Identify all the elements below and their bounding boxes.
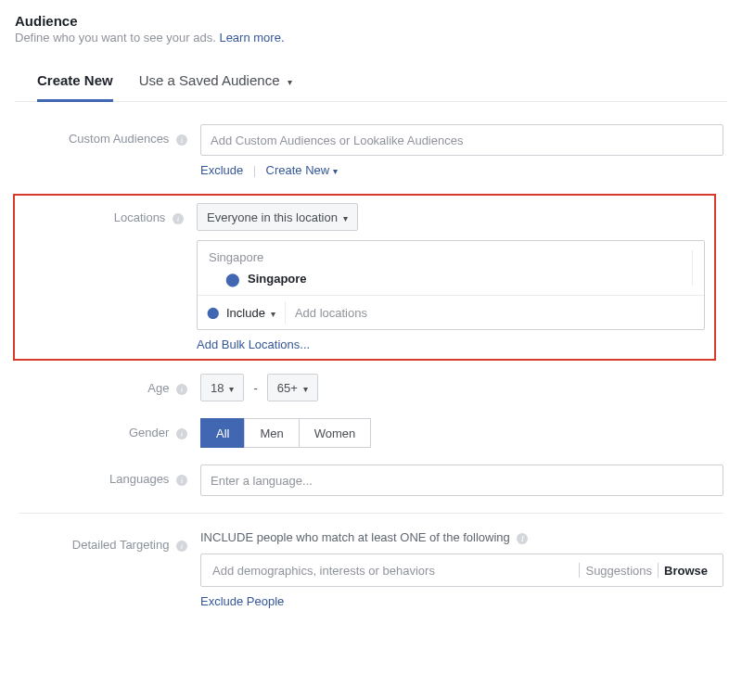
add-bulk-locations-link[interactable]: Add Bulk Locations... <box>197 337 310 351</box>
info-icon[interactable]: i <box>173 213 184 224</box>
page-title: Audience <box>15 13 727 29</box>
exclude-people-link[interactable]: Exclude People <box>200 594 284 608</box>
info-icon[interactable]: i <box>176 134 187 146</box>
targeting-input[interactable] <box>211 556 579 584</box>
create-new-audience-link[interactable]: Create New <box>266 163 338 177</box>
tab-saved-audience[interactable]: Use a Saved Audience <box>139 63 292 102</box>
location-scope-dropdown[interactable]: Everyone in this location <box>197 203 358 231</box>
info-icon[interactable]: i <box>176 384 187 395</box>
gender-toggle-group: All Men Women <box>200 418 723 448</box>
location-item-name: Singapore <box>248 272 307 286</box>
languages-input[interactable] <box>200 465 723 496</box>
caret-down-icon <box>303 381 308 395</box>
age-min-value: 18 <box>211 381 224 395</box>
pin-icon: ⬤ <box>225 273 240 286</box>
add-location-input[interactable] <box>293 301 695 324</box>
browse-link[interactable]: Browse <box>659 564 713 578</box>
age-max-value: 65+ <box>277 381 298 395</box>
page-subtitle: Define who you want to see your ads. Lea… <box>15 31 727 45</box>
create-new-audience-label: Create New <box>266 163 330 177</box>
include-exclude-toggle[interactable]: Include <box>226 301 286 324</box>
age-min-dropdown[interactable]: 18 <box>200 374 244 401</box>
caret-down-icon <box>333 163 338 177</box>
targeting-heading-text: INCLUDE people who match at least ONE of… <box>200 530 510 544</box>
caret-down-icon <box>229 381 234 395</box>
age-separator: - <box>253 381 257 395</box>
suggestions-link[interactable]: Suggestions <box>580 564 658 578</box>
gender-men-button[interactable]: Men <box>244 418 299 448</box>
locations-highlight: Locations i Everyone in this location Si… <box>13 194 716 361</box>
info-icon[interactable]: i <box>176 428 187 439</box>
location-item[interactable]: ⬤ Singapore <box>209 272 684 286</box>
info-icon[interactable]: i <box>517 533 528 544</box>
location-region: Singapore <box>209 250 684 264</box>
include-label: Include <box>226 306 265 320</box>
exclude-audiences-link[interactable]: Exclude <box>200 163 243 177</box>
caret-down-icon <box>343 210 348 224</box>
custom-audiences-label: Custom Audiences <box>69 132 169 146</box>
location-scope-label: Everyone in this location <box>207 210 338 224</box>
targeting-input-wrap: Suggestions Browse <box>200 554 723 587</box>
gender-label: Gender <box>129 426 169 439</box>
locations-box: Singapore ⬤ Singapore ⬤ Include <box>197 240 705 330</box>
divider <box>19 513 723 514</box>
gender-women-button[interactable]: Women <box>299 418 372 448</box>
subtitle-text: Define who you want to see your ads. <box>15 31 219 45</box>
audience-tabs: Create New Use a Saved Audience <box>15 63 727 102</box>
languages-label: Languages <box>109 472 169 486</box>
learn-more-link[interactable]: Learn more. <box>219 31 284 45</box>
targeting-heading: INCLUDE people who match at least ONE of… <box>200 530 723 544</box>
gender-all-button[interactable]: All <box>200 418 245 448</box>
caret-down-icon <box>288 76 292 87</box>
info-icon[interactable]: i <box>176 475 187 486</box>
locations-label: Locations <box>114 210 166 224</box>
caret-down-icon <box>271 306 275 320</box>
custom-audiences-input[interactable] <box>200 124 723 156</box>
info-icon[interactable]: i <box>176 541 187 552</box>
detailed-targeting-label: Detailed Targeting <box>72 538 170 552</box>
tab-create-new[interactable]: Create New <box>37 63 113 102</box>
age-label: Age <box>147 381 169 395</box>
pin-icon: ⬤ <box>207 307 219 318</box>
separator <box>254 166 255 177</box>
age-max-dropdown[interactable]: 65+ <box>267 374 318 401</box>
tab-saved-audience-label: Use a Saved Audience <box>139 72 280 88</box>
